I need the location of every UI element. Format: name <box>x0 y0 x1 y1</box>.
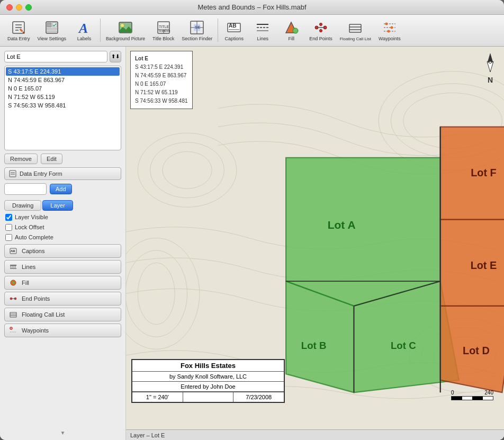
title-block-footer: 1" = 240' 7/23/2008 <box>132 392 284 402</box>
coord-item-4[interactable]: S 74:56:33 W 958.481 <box>6 101 120 110</box>
sidebar-fill-button[interactable]: Fill <box>4 276 121 290</box>
toolbar-section-finder-label: Section Finder <box>182 37 212 42</box>
sidebar-lines-label: Lines <box>22 264 35 270</box>
sidebar-waypoints-label: Waypoints <box>22 327 49 334</box>
north-arrow: N <box>484 52 497 84</box>
edit-button[interactable]: Edit <box>41 154 62 164</box>
sidebar-fill-label: Fill <box>22 280 29 286</box>
lot-select-stepper[interactable]: ⬆⬇ <box>110 51 121 62</box>
remove-button[interactable]: Remove <box>4 154 38 164</box>
svg-text:SE: SE <box>195 25 201 30</box>
svg-point-68 <box>11 328 12 328</box>
toolbar-view-settings[interactable]: View Settings <box>34 17 69 44</box>
add-button[interactable]: Add <box>50 184 72 194</box>
toolbar-lines[interactable]: Lines <box>249 17 276 44</box>
add-row: Add <box>4 183 121 195</box>
scale-seg-2 <box>462 397 473 400</box>
auto-complete-checkbox[interactable] <box>5 234 12 241</box>
svg-point-45 <box>385 23 388 25</box>
sidebar-lines-icon <box>9 263 17 271</box>
layer-buttons: AB Captions Lines Fill <box>4 244 121 426</box>
toolbar-data-entry[interactable]: Data Entry <box>4 17 33 44</box>
minimize-button[interactable] <box>16 4 22 11</box>
layer-visible-label: Layer Visible <box>15 214 48 220</box>
svg-text:AB: AB <box>229 23 236 29</box>
labels-icon: A <box>76 19 93 36</box>
title-block-icon: TITLEScaleDate <box>155 19 172 36</box>
add-input[interactable] <box>4 183 47 195</box>
toolbar-title-block[interactable]: TITLEScaleDate Title Block <box>149 17 177 44</box>
data-entry-form-button[interactable]: Data Entry Form <box>4 167 121 180</box>
close-button[interactable] <box>6 4 13 11</box>
svg-text:Lot F: Lot F <box>471 167 496 178</box>
lock-offset-checkbox[interactable] <box>5 224 12 231</box>
scale-start: 0 <box>451 390 454 396</box>
sidebar-lines-button[interactable]: Lines <box>4 260 121 274</box>
sidebar-captions-button[interactable]: AB Captions <box>4 244 121 258</box>
coord-item-3[interactable]: N 71:52 W 65.119 <box>6 93 120 101</box>
traffic-lights <box>6 4 32 11</box>
scale-end: 240 <box>484 390 493 396</box>
svg-text:TITLE: TITLE <box>159 25 169 29</box>
fill-icon <box>283 19 300 36</box>
svg-text:Lot C: Lot C <box>391 340 416 351</box>
sidebar-floating-icon <box>9 310 17 319</box>
toolbar-section-finder[interactable]: SE Section Finder <box>178 17 215 44</box>
sidebar-end-points-button[interactable]: End Points <box>4 292 121 306</box>
sidebar-waypoints-button[interactable]: Waypoints <box>4 324 121 337</box>
sidebar-captions-icon: AB <box>9 247 17 255</box>
toolbar-captions[interactable]: AB Captions <box>220 17 248 44</box>
toolbar-lines-label: Lines <box>257 37 269 42</box>
sidebar: Lot E Lot A Lot B Lot C Lot D Lot F ⬆⬇ S… <box>0 47 126 440</box>
toolbar-title-block-label: Title Block <box>152 37 174 42</box>
tab-layer[interactable]: Layer <box>42 200 73 211</box>
info-line-0: Lot E <box>135 55 188 63</box>
north-arrow-symbol <box>484 52 497 76</box>
layer-visible-row: Layer Visible <box>5 214 121 221</box>
lot-select[interactable]: Lot E Lot A Lot B Lot C Lot D Lot F <box>4 51 107 62</box>
title-block: Fox Hills Estates by Sandy Knoll Softwar… <box>131 359 285 403</box>
title-block-line3: Entered by John Doe <box>132 382 284 392</box>
coord-item-0[interactable]: S 43:17:5 E 224.391 <box>6 67 120 76</box>
toolbar-end-points-label: End Points <box>309 37 332 42</box>
toolbar-floating-call-list[interactable]: Floating Call List <box>337 17 374 44</box>
title-block-line2: by Sandy Knoll Software, LLC <box>132 372 284 382</box>
sidebar-floating-button[interactable]: Floating Call List <box>4 308 121 321</box>
sidebar-end-points-label: End Points <box>22 295 50 302</box>
title-block-empty <box>183 392 234 402</box>
toolbar-waypoints[interactable]: Waypoints <box>375 17 404 44</box>
svg-point-34 <box>320 23 322 26</box>
window-title: Metes and Bounds – Fox Hills.mabf <box>197 3 306 11</box>
scale-seg-1 <box>452 397 462 400</box>
toolbar-labels[interactable]: A Labels <box>70 17 98 44</box>
toolbar-fill[interactable]: Fill <box>277 17 305 44</box>
map-area: Lot A Lot B Lot C Lot F Lot E Lot D <box>126 47 504 440</box>
coord-action-buttons: Remove Edit <box>4 154 121 164</box>
map-canvas[interactable]: Lot A Lot B Lot C Lot F Lot E Lot D <box>126 47 504 429</box>
layer-visible-checkbox[interactable] <box>5 214 12 221</box>
svg-point-47 <box>387 30 390 33</box>
scale-bar: 0 240 <box>451 390 493 400</box>
sidebar-captions-label: Captions <box>22 248 44 254</box>
svg-text:Lot A: Lot A <box>328 219 356 231</box>
coord-item-1[interactable]: N 74:45:59 E 863.967 <box>6 76 120 84</box>
end-points-icon <box>312 19 329 36</box>
status-bar: Layer – Lot E <box>126 429 504 440</box>
svg-point-46 <box>390 26 393 29</box>
tab-drawing[interactable]: Drawing <box>4 200 41 211</box>
maximize-button[interactable] <box>25 4 32 11</box>
toolbar-end-points[interactable]: End Points <box>306 17 336 44</box>
toolbar-waypoints-label: Waypoints <box>379 37 401 42</box>
svg-point-30 <box>293 28 298 33</box>
title-block-title: Fox Hills Estates <box>132 360 284 372</box>
scale-seg-4 <box>483 397 493 400</box>
toolbar-captions-label: Captions <box>225 37 244 42</box>
coord-item-2[interactable]: N 0 E 165.07 <box>6 84 120 93</box>
svg-point-12 <box>121 24 124 27</box>
svg-text:Lot B: Lot B <box>301 340 327 351</box>
info-line-1: S 43:17:5 E 224.391 <box>135 63 188 71</box>
toolbar-background-picture[interactable]: Background Picture <box>103 17 148 43</box>
sidebar-end-points-icon <box>9 294 17 303</box>
scroll-arrow: ▼ <box>4 430 121 436</box>
data-entry-icon <box>10 19 27 36</box>
